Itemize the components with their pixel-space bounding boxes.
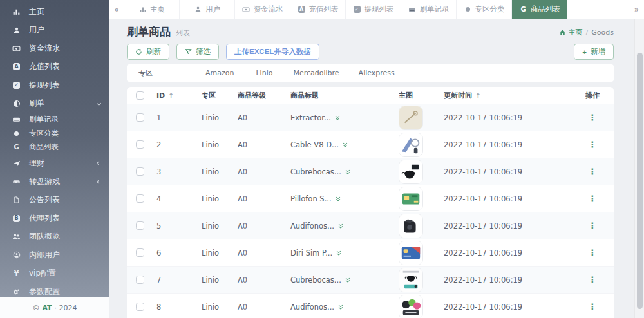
refresh-button[interactable]: 刷新 [127, 44, 169, 60]
product-thumbnail[interactable] [399, 268, 423, 292]
vertical-scrollbar-track[interactable] [634, 19, 644, 318]
tab-home[interactable]: 主页 [124, 0, 180, 19]
table-row: 1 Linio A0 Extractor... 2022-10-17 10:06… [127, 104, 614, 131]
row-actions-icon[interactable]: ⋮ [589, 303, 597, 311]
row-checkbox[interactable] [136, 248, 144, 257]
filter-button[interactable]: 筛选 [176, 44, 219, 60]
product-thumbnail[interactable] [399, 241, 423, 265]
select-all-checkbox[interactable] [136, 91, 144, 100]
sidebar-item-vip-config[interactable]: ¥ vip配置 [0, 265, 109, 283]
sidebar-item-funds-flow[interactable]: 资金流水 [0, 39, 109, 58]
product-thumbnail[interactable] [399, 214, 423, 238]
cell-grade: A0 [234, 303, 287, 312]
sidebar-item-withdraw-list[interactable]: ✓ 提现列表 [0, 76, 109, 95]
tab-zone-categories[interactable]: 专区分类 [457, 0, 512, 19]
row-actions-icon[interactable]: ⋮ [589, 248, 597, 257]
sidebar-item-agents[interactable]: B 代理列表 [0, 209, 109, 228]
cell-id: 2 [153, 140, 198, 149]
product-thumbnail[interactable] [399, 187, 423, 211]
row-checkbox[interactable] [136, 303, 144, 311]
sidebar-item-team-overview[interactable]: 团队概览 [0, 228, 109, 247]
goods-table: ID↑ 专区 商品等级 商品标题 主图 更新时间↑ 操作 1 Linio A0 … [127, 87, 614, 318]
row-actions-icon[interactable]: ⋮ [589, 140, 597, 149]
cell-title[interactable]: Audifonos... [287, 221, 395, 230]
row-checkbox[interactable] [136, 221, 144, 230]
copyright-symbol: © [32, 304, 39, 312]
sidebar-item-brush-orders[interactable]: 刷单 [0, 95, 109, 113]
zone-filter-label[interactable]: 专区 [138, 68, 153, 78]
tab-users[interactable]: 用户 [180, 0, 235, 19]
zone-option-mercadolibre[interactable]: Mercadolibre [293, 69, 339, 77]
row-actions-icon[interactable]: ⋮ [589, 221, 597, 230]
sidebar-item-zone-categories[interactable]: 专区分类 [0, 127, 109, 141]
letter-b-square-icon: B [12, 215, 21, 222]
sidebar-item-announcements[interactable]: 公告列表 [0, 191, 109, 210]
sidebar-item-recharge-list[interactable]: A 充值列表 [0, 58, 109, 77]
column-header-updated[interactable]: 更新时间↑ [440, 91, 571, 100]
sidebar-item-internal-users[interactable]: 内部用户 [0, 246, 109, 265]
tabs-scroll-right-icon[interactable]: » [629, 0, 644, 19]
sidebar-item-label: 团队概览 [29, 231, 60, 242]
column-header-id[interactable]: ID↑ [153, 91, 198, 100]
cell-grade: A0 [234, 140, 287, 149]
cell-title[interactable]: Cubrebocas... [287, 167, 395, 176]
row-checkbox[interactable] [136, 276, 144, 284]
tab-withdraw-list[interactable]: ✓ 提现列表 [346, 0, 401, 19]
sidebar-item-label: 参数配置 [29, 286, 60, 297]
cell-updated: 2022-10-17 10:06:19 [440, 276, 571, 285]
table-row: 7 Linio A0 Cubrebocas... 2022-10-17 10:0… [127, 267, 614, 294]
upload-excel-button[interactable]: 上传EXCEL并导入数据 [226, 44, 319, 60]
tab-goods-list[interactable]: G 商品列表 [512, 0, 567, 19]
cell-title[interactable]: Extractor... [287, 113, 395, 122]
letter-g-icon: G [519, 6, 527, 13]
row-checkbox[interactable] [136, 113, 144, 122]
tab-brush-records[interactable]: 刷单记录 [401, 0, 457, 19]
cell-title[interactable]: Cable V8 D... [287, 140, 395, 149]
add-new-button[interactable]: + 新增 [574, 44, 614, 60]
row-actions-icon[interactable]: ⋮ [589, 276, 597, 284]
breadcrumb-home-link[interactable]: 主页 [559, 28, 583, 37]
row-checkbox[interactable] [136, 167, 144, 176]
breadcrumb: 主页 / Goods [559, 28, 614, 37]
sidebar-item-home[interactable]: 主页 [0, 3, 109, 21]
tabs-scroll-left-icon[interactable]: « [109, 0, 124, 19]
sidebar-item-params-config[interactable]: 参数配置 [0, 283, 109, 297]
product-thumbnail[interactable] [399, 106, 423, 130]
cell-title[interactable]: Pillofon S... [287, 194, 395, 203]
column-header-actions: 操作 [571, 91, 614, 100]
row-checkbox[interactable] [136, 194, 144, 203]
cell-grade: A0 [234, 276, 287, 285]
page-subtitle: 列表 [176, 28, 190, 38]
sidebar-item-goods-list[interactable]: G 商品列表 [0, 140, 109, 154]
sidebar-item-label: 资金流水 [29, 43, 60, 54]
product-thumbnail[interactable] [399, 160, 423, 184]
product-thumbnail[interactable] [399, 295, 423, 318]
sort-asc-icon: ↑ [475, 92, 480, 99]
tab-recharge-list[interactable]: A 充值列表 [290, 0, 346, 19]
zone-option-linio[interactable]: Linio [256, 69, 272, 77]
row-actions-icon[interactable]: ⋮ [589, 194, 597, 203]
sidebar-item-wheel-game[interactable]: 转盘游戏 [0, 173, 109, 191]
vertical-scrollbar-thumb[interactable] [637, 53, 643, 309]
cell-title[interactable]: Cubrebocas... [287, 276, 395, 285]
tab-funds-flow[interactable]: 资金流水 [235, 0, 290, 19]
sidebar-item-finance[interactable]: 理财 [0, 154, 109, 173]
row-checkbox[interactable] [136, 140, 144, 149]
row-actions-icon[interactable]: ⋮ [589, 113, 597, 122]
product-thumbnail[interactable] [399, 133, 423, 157]
zone-option-aliexpress[interactable]: Aliexpress [359, 69, 395, 77]
cell-zone: Linio [198, 248, 234, 257]
row-actions-icon[interactable]: ⋮ [589, 167, 597, 176]
zone-option-amazon[interactable]: Amazon [205, 69, 234, 77]
sidebar-item-brush-records[interactable]: 刷单记录 [0, 113, 109, 127]
user-icon [12, 26, 21, 34]
column-header-image: 主图 [395, 91, 440, 100]
sidebar-item-users[interactable]: 用户 [0, 21, 109, 40]
sim-ejector-pin-image [399, 106, 422, 130]
cell-title[interactable]: Diri Sim P... [287, 248, 395, 257]
table-row: 3 Linio A0 Cubrebocas... 2022-10-17 10:0… [127, 158, 614, 185]
cell-title[interactable]: Audifonos... [287, 303, 395, 312]
tab-label: 刷单记录 [420, 5, 450, 14]
double-chevron-down-icon [335, 196, 341, 202]
column-header-grade: 商品等级 [234, 91, 287, 100]
